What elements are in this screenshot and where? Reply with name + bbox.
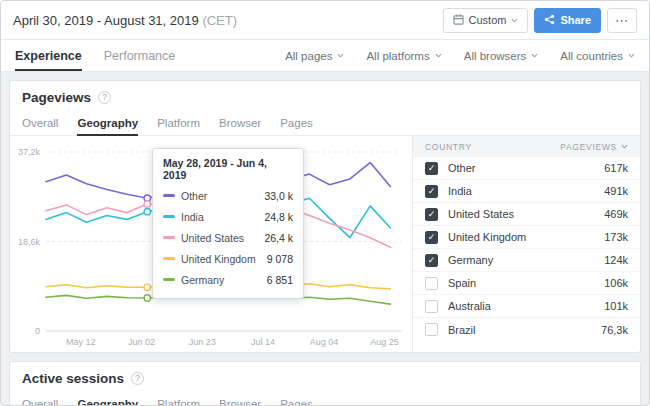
svg-text:Jun 02: Jun 02 [128, 337, 155, 347]
table-row: Other 617k [413, 157, 640, 180]
active-sessions-panel: Active sessions ? Overall Geography Plat… [9, 361, 641, 406]
country-checkbox[interactable] [425, 323, 438, 336]
series-swatch-germany [163, 278, 175, 281]
tooltip-entry: India 24,8 k [163, 206, 293, 227]
tooltip-entry: United Kingdom 9 078 [163, 248, 293, 269]
tooltip-entry: Other 33,0 k [163, 185, 293, 206]
pageviews-value: 76,3k [601, 324, 628, 336]
date-range-text: April 30, 2019 - August 31, 2019 [13, 13, 199, 28]
country-label: Other [448, 162, 476, 174]
column-pageviews-sort[interactable]: Pageviews [560, 142, 628, 152]
share-icon [544, 14, 555, 27]
chevron-down-icon [531, 53, 538, 58]
svg-text:May 12: May 12 [66, 337, 96, 347]
more-options-button[interactable]: ⋯ [607, 8, 637, 33]
svg-text:37,2k: 37,2k [18, 147, 41, 157]
series-swatch-india [163, 215, 175, 218]
svg-text:18,6k: 18,6k [18, 237, 41, 247]
svg-text:0: 0 [35, 326, 40, 336]
chevron-down-icon [628, 53, 635, 58]
pageviews-subtabs: Overall Geography Platform Browser Pages [10, 110, 640, 136]
subtab-pages[interactable]: Pages [280, 110, 313, 135]
table-row: Germany 124k [413, 249, 640, 272]
table-row: India 491k [413, 180, 640, 203]
top-bar: April 30, 2019 - August 31, 2019 (CET) C… [1, 1, 649, 40]
country-label: Spain [448, 277, 476, 289]
subtab-platform[interactable]: Platform [157, 391, 200, 406]
country-label: United Kingdom [448, 231, 526, 243]
series-swatch-other [163, 194, 175, 197]
tab-experience[interactable]: Experience [15, 40, 82, 71]
country-table: Country Pageviews Other 617k India 491k [412, 136, 640, 352]
country-checkbox[interactable] [425, 208, 438, 221]
chart-tooltip: May 28, 2019 - Jun 4, 2019 Other 33,0 k … [152, 148, 304, 299]
subtab-geography[interactable]: Geography [77, 110, 138, 135]
country-checkbox[interactable] [425, 254, 438, 267]
pageviews-value: 101k [604, 300, 628, 312]
table-row: Brazil 76,3k [413, 318, 640, 341]
country-checkbox[interactable] [425, 231, 438, 244]
pageviews-value: 491k [604, 185, 628, 197]
tooltip-series-name: United States [181, 232, 244, 244]
tooltip-series-name: United Kingdom [181, 253, 256, 265]
pageviews-panel: Pageviews ? Overall Geography Platform B… [9, 80, 641, 353]
country-checkbox[interactable] [425, 300, 438, 313]
pageviews-title-row: Pageviews ? [10, 81, 640, 110]
table-row: Australia 101k [413, 295, 640, 318]
filter-all-platforms[interactable]: All platforms [366, 50, 441, 62]
subtab-geography[interactable]: Geography [77, 391, 138, 406]
tooltip-entry: United States 26,4 k [163, 227, 293, 248]
pageviews-value: 124k [604, 254, 628, 266]
country-label: Brazil [448, 324, 476, 336]
top-bar-actions: Custom Share ⋯ [443, 8, 637, 33]
country-label: Australia [448, 300, 491, 312]
pageviews-value: 469k [604, 208, 628, 220]
tooltip-title: May 28, 2019 - Jun 4, 2019 [163, 157, 293, 181]
table-row: United States 469k [413, 203, 640, 226]
custom-date-button[interactable]: Custom [443, 8, 529, 33]
column-pageviews: Pageviews [560, 142, 617, 152]
tooltip-series-value: 33,0 k [264, 190, 293, 202]
pageviews-value: 106k [604, 277, 628, 289]
tab-performance-label: Performance [104, 49, 176, 63]
country-label: United States [448, 208, 514, 220]
filter-all-countries[interactable]: All countries [560, 50, 635, 62]
chevron-down-icon [435, 53, 442, 58]
filter-all-browsers[interactable]: All browsers [464, 50, 539, 62]
custom-button-label: Custom [469, 14, 507, 26]
tooltip-series-name: India [181, 211, 204, 223]
filter-all-pages[interactable]: All pages [285, 50, 344, 62]
svg-text:Jul 14: Jul 14 [251, 337, 275, 347]
filter-all-browsers-label: All browsers [464, 50, 527, 62]
tab-performance[interactable]: Performance [104, 40, 176, 71]
country-checkbox[interactable] [425, 185, 438, 198]
share-button[interactable]: Share [534, 8, 601, 33]
subtab-pages[interactable]: Pages [280, 391, 313, 406]
tooltip-series-value: 24,8 k [264, 211, 293, 223]
subtab-overall[interactable]: Overall [22, 391, 58, 406]
chevron-down-icon [337, 53, 344, 58]
column-country: Country [425, 142, 472, 152]
country-label: Germany [448, 254, 493, 266]
chevron-down-icon [621, 144, 628, 149]
svg-text:Jun 23: Jun 23 [189, 337, 216, 347]
subtab-overall[interactable]: Overall [22, 110, 58, 135]
country-checkbox[interactable] [425, 162, 438, 175]
subtab-platform[interactable]: Platform [157, 110, 200, 135]
country-checkbox[interactable] [425, 277, 438, 290]
help-icon[interactable]: ? [131, 372, 144, 385]
table-row: United Kingdom 173k [413, 226, 640, 249]
timezone-label: (CET) [202, 13, 237, 28]
table-header: Country Pageviews [413, 136, 640, 157]
active-sessions-title: Active sessions [22, 371, 124, 386]
subtab-browser[interactable]: Browser [219, 391, 261, 406]
tooltip-series-value: 6 851 [267, 274, 293, 286]
pageviews-chart[interactable]: 018,6k37,2kMay 12Jun 02Jun 23Jul 14Aug 0… [10, 136, 412, 352]
filter-all-pages-label: All pages [285, 50, 332, 62]
active-sessions-title-row: Active sessions ? [10, 362, 640, 391]
pageviews-value: 173k [604, 231, 628, 243]
subtab-browser[interactable]: Browser [219, 110, 261, 135]
pageviews-title: Pageviews [22, 90, 91, 105]
app-window: April 30, 2019 - August 31, 2019 (CET) C… [0, 0, 650, 406]
help-icon[interactable]: ? [98, 91, 111, 104]
